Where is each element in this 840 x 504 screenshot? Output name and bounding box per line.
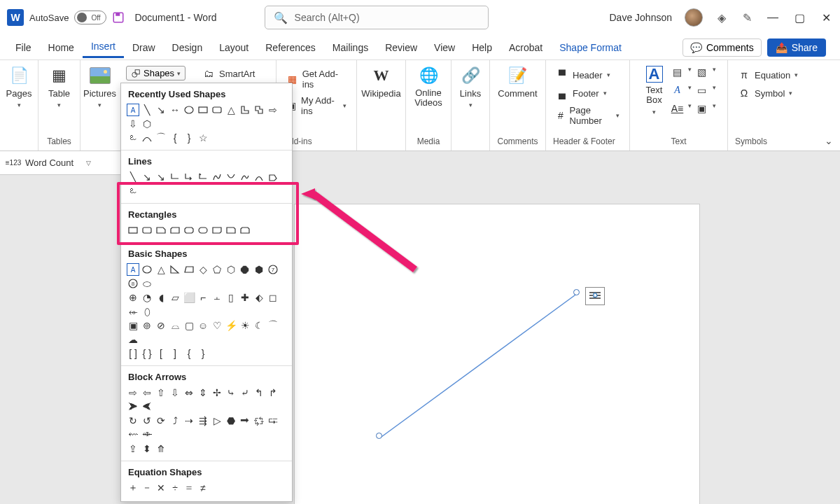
search-input[interactable]: 🔍 Search (Alt+Q): [265, 6, 489, 29]
shape-arrow-line[interactable]: ↘: [155, 104, 167, 116]
svg-line-17: [382, 293, 578, 437]
tab-references[interactable]: References: [257, 38, 324, 57]
shape-lbrace[interactable]: {: [169, 132, 181, 144]
shape-z[interactable]: [253, 104, 265, 116]
shape-star[interactable]: ☆: [197, 132, 209, 144]
shape-l[interactable]: [239, 104, 251, 116]
smartart-button[interactable]: 🗂SmartArt: [200, 66, 258, 81]
close-button[interactable]: ✕: [819, 11, 833, 24]
shape-triangle[interactable]: △: [225, 104, 237, 116]
equation-button[interactable]: πEquation ▾: [735, 67, 801, 83]
svg-marker-15: [301, 188, 315, 200]
line-curve1[interactable]: [211, 171, 223, 183]
symbol-button[interactable]: ΩSymbol ▾: [735, 85, 795, 101]
pages-button[interactable]: 📄Pages▾: [2, 64, 36, 110]
shape-hex[interactable]: ⬡: [141, 118, 153, 130]
line-freeform[interactable]: [267, 171, 279, 183]
line-curve2[interactable]: [225, 171, 237, 183]
shape-arrow-right[interactable]: ⇨: [267, 104, 279, 116]
shape-double-arrow[interactable]: ↔: [169, 104, 181, 116]
collapse-ribbon-icon[interactable]: ⌄: [825, 135, 833, 146]
tab-insert[interactable]: Insert: [83, 36, 124, 58]
line-scribble[interactable]: ఒ: [127, 185, 139, 197]
qat-dropdown-icon[interactable]: ▽: [86, 160, 91, 167]
get-addins-button[interactable]: ▦Get Add-ins: [284, 67, 349, 91]
svg-point-2: [132, 72, 137, 77]
shape-textbox[interactable]: A: [127, 104, 139, 116]
comment-button[interactable]: 📝Comment: [493, 64, 541, 100]
shape-arrow-down[interactable]: ⇩: [127, 118, 139, 130]
maximize-button[interactable]: ▢: [792, 11, 806, 24]
drawn-line-shape[interactable]: [376, 290, 586, 444]
document-title: Document1 - Word: [134, 12, 216, 23]
wikipedia-button[interactable]: WWikipedia: [357, 64, 405, 100]
line-handle-start[interactable]: [376, 433, 382, 439]
shape-rect[interactable]: [197, 104, 209, 116]
line-elbow-arrow[interactable]: [183, 171, 195, 183]
date-icon[interactable]: A≡: [671, 102, 684, 115]
word-count-icon: ≡123: [7, 157, 20, 169]
shape-scribble[interactable]: ఒ: [127, 132, 139, 144]
shapes-button[interactable]: Shapes ▾: [126, 66, 186, 80]
dropcap-icon[interactable]: A: [671, 84, 684, 97]
tab-home[interactable]: Home: [40, 38, 83, 57]
svg-rect-8: [143, 227, 151, 233]
avatar[interactable]: [685, 8, 703, 27]
shape-arc[interactable]: [141, 132, 153, 144]
autosave-label: AutoSave: [29, 13, 69, 23]
line-handle-end[interactable]: [573, 289, 580, 295]
shapes-dropdown: Recently Used Shapes A ╲ ↘ ↔ △ ⇨ ⇩ ⬡ ఒ ⌒: [120, 83, 293, 502]
header-button[interactable]: ▀Header ▾: [553, 67, 613, 83]
tab-design[interactable]: Design: [164, 38, 211, 57]
svg-point-10: [143, 266, 151, 273]
text-box-button[interactable]: AText Box▾: [642, 64, 667, 117]
word-count-label[interactable]: Word Count: [25, 158, 74, 168]
object-icon[interactable]: ▣: [696, 102, 708, 115]
tab-draw[interactable]: Draw: [124, 38, 164, 57]
line-elbow[interactable]: [169, 171, 181, 183]
quick-parts-icon[interactable]: ▤: [671, 66, 684, 78]
diamond-icon[interactable]: ◈: [715, 11, 728, 24]
shape-line[interactable]: ╲: [141, 104, 153, 116]
svg-rect-6: [213, 107, 221, 113]
tab-shape-format[interactable]: Shape Format: [551, 38, 630, 57]
svg-rect-5: [199, 107, 207, 113]
tab-help[interactable]: Help: [463, 38, 500, 57]
shape-roundrect[interactable]: [211, 104, 223, 116]
svg-rect-1: [116, 13, 120, 16]
links-button[interactable]: 🔗Links▾: [455, 64, 486, 110]
pictures-button[interactable]: Pictures▾: [79, 64, 120, 110]
shape-oval[interactable]: [183, 104, 195, 116]
tab-view[interactable]: View: [426, 38, 463, 57]
comments-button[interactable]: 💬 Comments: [682, 38, 762, 57]
line-double[interactable]: ↘: [155, 171, 167, 183]
tab-acrobat[interactable]: Acrobat: [500, 38, 551, 57]
wordart-icon[interactable]: ▧: [696, 66, 708, 78]
minimize-button[interactable]: —: [766, 11, 780, 24]
signature-icon[interactable]: ▭: [696, 84, 708, 97]
page-number-button[interactable]: #Page Number ▾: [553, 104, 622, 127]
save-icon[interactable]: [112, 11, 125, 24]
table-button[interactable]: ▦Table▾: [44, 64, 75, 110]
tab-file[interactable]: File: [7, 38, 40, 57]
tab-layout[interactable]: Layout: [211, 38, 257, 57]
autosave-toggle[interactable]: Off: [74, 10, 106, 24]
svg-rect-7: [129, 227, 137, 233]
quick-access-row: ≡123 Word Count ▽: [0, 151, 120, 175]
line-plain[interactable]: ╲: [127, 171, 139, 183]
tab-mailings[interactable]: Mailings: [324, 38, 377, 57]
online-videos-button[interactable]: 🌐Online Videos: [410, 64, 447, 110]
share-button[interactable]: 📤 Share: [767, 38, 826, 57]
tab-review[interactable]: Review: [377, 38, 426, 57]
pen-icon[interactable]: ✎: [741, 11, 753, 24]
my-addins-button[interactable]: ▣My Add-ins ▾: [284, 94, 349, 118]
line-elbow-double[interactable]: [197, 171, 209, 183]
shape-rbrace[interactable]: }: [183, 132, 195, 144]
line-curve3[interactable]: [239, 171, 251, 183]
line-arc[interactable]: [253, 171, 265, 183]
document-page[interactable]: [294, 204, 700, 504]
layout-options-button[interactable]: [585, 287, 605, 305]
line-arrow[interactable]: ↘: [141, 171, 153, 183]
footer-button[interactable]: ▄Footer ▾: [553, 85, 610, 101]
shape-curve[interactable]: ⌒: [155, 132, 167, 144]
